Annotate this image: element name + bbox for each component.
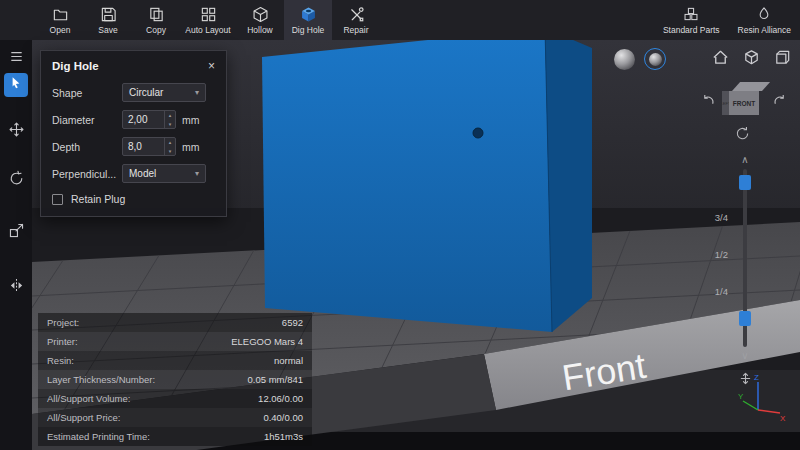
resin-alliance-button[interactable]: Resin Alliance [729, 0, 800, 40]
diameter-row: Diameter 2,00 ▴ ▾ mm [41, 106, 226, 133]
render-mode-group [614, 48, 666, 70]
shape-select[interactable]: Circular ▾ [122, 83, 206, 102]
select-tool-button[interactable] [4, 73, 28, 97]
auto-layout-button[interactable]: Auto Layout [180, 0, 236, 40]
orbit-right-arrow[interactable] [773, 94, 786, 107]
panel-title: Dig Hole [52, 60, 99, 72]
repair-button[interactable]: Repair [332, 0, 380, 40]
view-cube-front-face[interactable]: FRONT [729, 91, 759, 115]
fraction-label: 1/2 [715, 249, 728, 261]
toolbar-item-label: Save [98, 25, 117, 35]
diameter-input[interactable]: 2,00 ▴ ▾ [122, 110, 176, 129]
perpendicular-select[interactable]: Model ▾ [122, 164, 206, 183]
clip-slider-rail: ∧ ∨ [734, 154, 756, 389]
info-label: Layer Thickness/Number: [47, 374, 155, 385]
y-axis [743, 401, 758, 410]
stepper-buttons: ▴ ▾ [164, 138, 175, 155]
dig-hole-button[interactable]: Dig Hole [284, 0, 332, 40]
retain-plug-checkbox[interactable] [52, 194, 63, 205]
info-value: 1h51m3s [264, 431, 303, 442]
select-value: Circular [129, 87, 163, 98]
standard-parts-button[interactable]: Standard Parts [654, 0, 729, 40]
select-value: Model [129, 168, 156, 179]
toolbar-item-label: Copy [146, 25, 166, 35]
model-cube[interactable] [262, 40, 592, 332]
scale-tool-button[interactable] [4, 220, 28, 244]
mirror-tool-button[interactable] [4, 275, 28, 299]
chevron-down-icon: ▾ [195, 169, 199, 178]
close-icon[interactable]: × [208, 61, 215, 71]
open-button[interactable]: Open [36, 0, 84, 40]
standard-parts-icon [683, 5, 699, 23]
hollow-icon [252, 5, 269, 23]
hamburger-menu-icon [8, 48, 25, 69]
info-label: Project: [47, 317, 79, 328]
unit-label: mm [182, 114, 206, 126]
panel-header: Dig Hole × [41, 51, 226, 79]
field-label: Depth [52, 141, 118, 153]
info-value: ELEGOO Mars 4 [231, 336, 303, 347]
toolbar-item-label: Hollow [247, 25, 273, 35]
perspective-view-button[interactable] [742, 48, 761, 67]
info-label: All/Support Volume: [47, 393, 130, 404]
input-value: 2,00 [123, 111, 164, 128]
info-row: Layer Thickness/Number: 0.05 mm/841 [38, 370, 312, 389]
perpendicular-row: Perpendicul... Model ▾ [41, 160, 226, 187]
orbit-left-arrow[interactable] [702, 94, 715, 107]
info-row: Estimated Printing Time: 1h51m3s [38, 427, 312, 446]
save-button[interactable]: Save [84, 0, 132, 40]
info-label: Printer: [47, 336, 78, 347]
checkbox-label: Retain Plug [71, 193, 125, 205]
shape-row: Shape Circular ▾ [41, 79, 226, 106]
print-info-panel: Project: 6592 Printer: ELEGOO Mars 4 Res… [38, 313, 312, 446]
move-tool-button[interactable] [4, 119, 28, 143]
spin-up-button[interactable]: ▴ [165, 111, 175, 120]
dig-hole-marker[interactable] [473, 128, 483, 138]
scale-icon [8, 222, 25, 243]
spin-down-button[interactable]: ▾ [165, 147, 175, 156]
info-value: 0.05 mm/841 [248, 374, 303, 385]
toolbar-spacer [380, 0, 654, 40]
view-cube[interactable]: LEFT FRONT [722, 82, 766, 118]
retain-plug-row: Retain Plug [41, 189, 226, 216]
clip-fraction-labels: 3/4 1/2 1/4 [715, 212, 728, 323]
render-mode-solid-button[interactable] [614, 49, 635, 70]
menu-button[interactable] [4, 46, 28, 70]
chevron-up-icon[interactable]: ∧ [741, 154, 748, 166]
info-label: Resin: [47, 355, 74, 366]
chevron-down-icon[interactable]: ∨ [741, 350, 748, 362]
orthographic-view-button[interactable] [773, 48, 792, 67]
copy-icon [148, 5, 165, 23]
clip-slider[interactable] [738, 169, 752, 347]
spin-down-button[interactable]: ▾ [165, 120, 175, 129]
render-mode-selected-button[interactable] [644, 48, 666, 70]
view-cube-top-face[interactable] [732, 82, 770, 91]
hollow-button[interactable]: Hollow [236, 0, 284, 40]
view-options-group [711, 48, 792, 67]
depth-row: Depth 8,0 ▴ ▾ mm [41, 133, 226, 160]
dig-hole-icon [300, 5, 317, 23]
cursor-arrow-icon [8, 75, 24, 95]
field-label: Diameter [52, 114, 118, 126]
info-label: All/Support Price: [47, 412, 120, 423]
depth-input[interactable]: 8,0 ▴ ▾ [122, 137, 176, 156]
auto-layout-icon [200, 5, 217, 23]
info-row: All/Support Volume: 12.06/0.00 [38, 389, 312, 408]
fraction-label: 1/4 [715, 286, 728, 298]
info-row: Resin: normal [38, 351, 312, 370]
info-value: 12.06/0.00 [258, 393, 303, 404]
x-axis [758, 410, 780, 413]
info-value: 6592 [282, 317, 303, 328]
rotate-tool-button[interactable] [4, 168, 28, 192]
fraction-label: 3/4 [715, 212, 728, 224]
reset-orbit-button[interactable] [735, 126, 750, 145]
slider-handle-bottom[interactable] [739, 311, 751, 326]
info-row: Project: 6592 [38, 313, 312, 332]
resin-alliance-icon [756, 5, 772, 23]
tool-sidebar [0, 40, 32, 450]
view-cube-left-face[interactable]: LEFT [722, 91, 729, 115]
home-view-button[interactable] [711, 48, 730, 67]
copy-button[interactable]: Copy [132, 0, 180, 40]
slider-handle-top[interactable] [739, 175, 751, 190]
spin-up-button[interactable]: ▴ [165, 138, 175, 147]
